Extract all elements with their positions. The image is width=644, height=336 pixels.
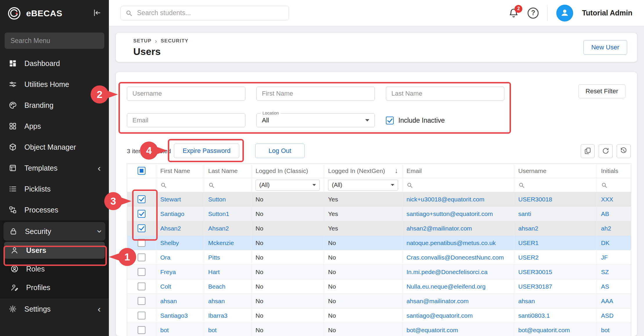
sidebar-item-security[interactable]: Security‹	[3, 222, 105, 241]
cell-username[interactable]: ahsan2	[514, 221, 597, 236]
cell-last-name[interactable]: Ahsan2	[204, 221, 251, 236]
student-search-input[interactable]	[136, 9, 284, 17]
user-row[interactable]: ahsanahsanNoNoahsan@mailinator.comahsanA…	[127, 294, 631, 308]
all-select[interactable]: (All)	[328, 180, 398, 191]
help-button[interactable]: ?	[528, 8, 539, 19]
reset-filter-button[interactable]: Reset Filter	[578, 84, 625, 98]
sidebar-item-templates[interactable]: Templates‹	[0, 158, 109, 178]
cell-first-name[interactable]: Ora	[156, 250, 204, 265]
cell-initials[interactable]: SZ	[597, 265, 631, 279]
row-checkbox[interactable]	[127, 308, 156, 323]
cell-initials[interactable]: bot	[597, 323, 631, 336]
column-header-logged-in-nextgen[interactable]: Logged In (NextGen)↓	[324, 164, 402, 178]
cell-email[interactable]: natoque.penatibus@metus.co.uk	[402, 236, 514, 250]
column-header-first-name[interactable]: First Name	[156, 164, 204, 178]
sidebar-item-settings[interactable]: Settings‹	[0, 299, 109, 319]
row-checkbox[interactable]	[127, 265, 156, 279]
column-header-email[interactable]: Email	[402, 164, 514, 178]
user-row[interactable]: Santiago3Ibarra3NoNosantiago@equatorit.c…	[127, 308, 631, 323]
cell-last-name[interactable]: ahsan	[204, 294, 251, 308]
cell-first-name[interactable]: bot	[156, 323, 204, 336]
cell-username[interactable]: ahsan	[514, 294, 597, 308]
notifications-button[interactable]: 2	[508, 8, 519, 18]
user-row[interactable]: ColtBeachNoNoNulla.eu.neque@eleifend.org…	[127, 279, 631, 294]
cell-email[interactable]: ahsan@mailinator.com	[402, 294, 514, 308]
cell-email[interactable]: Cras.convallis@DonecestNunc.com	[402, 250, 514, 265]
cell-email[interactable]: santiago+sutton@equatorit.com	[402, 207, 514, 221]
cell-first-name[interactable]: Colt	[156, 279, 204, 294]
history-button[interactable]	[617, 144, 631, 158]
cell-email[interactable]: Nulla.eu.neque@eleifend.org	[402, 279, 514, 294]
cell-first-name[interactable]: Ahsan2	[156, 221, 204, 236]
row-checkbox[interactable]	[127, 294, 156, 308]
cell-first-name[interactable]: ahsan	[156, 294, 204, 308]
cell-email[interactable]: ahsan2@mailinator.com	[402, 221, 514, 236]
cell-last-name[interactable]: Ibarra3	[204, 308, 251, 323]
filter-search-first-name[interactable]	[156, 178, 204, 192]
cell-first-name[interactable]: Stewart	[156, 192, 204, 207]
row-checkbox[interactable]	[127, 323, 156, 336]
menu-search-input[interactable]	[5, 33, 104, 49]
cell-last-name[interactable]: bot	[204, 323, 251, 336]
filter-search-email[interactable]	[402, 178, 514, 192]
cell-last-name[interactable]: Pitts	[204, 250, 251, 265]
cell-username[interactable]: USER30015	[514, 265, 597, 279]
row-checkbox[interactable]	[127, 279, 156, 294]
sidebar-item-branding[interactable]: Branding	[0, 95, 109, 116]
cell-last-name[interactable]: Mckenzie	[204, 236, 251, 250]
column-header-logged-in-classic[interactable]: Logged In (Classic)	[251, 164, 324, 178]
breadcrumb-security[interactable]: SECURITY	[161, 38, 189, 44]
user-row[interactable]: StewartSuttonNoYesnick+u30018@equatorit.…	[127, 192, 631, 207]
new-user-button[interactable]: New User	[583, 40, 627, 55]
cell-username[interactable]: USER2	[514, 250, 597, 265]
first-name-filter-input[interactable]	[256, 87, 375, 101]
expire-password-button[interactable]: Expire Password	[174, 144, 239, 158]
cell-first-name[interactable]: Freya	[156, 265, 204, 279]
filter-select-logged-in-classic[interactable]: (All)	[251, 178, 324, 192]
filter-search-initials[interactable]	[597, 178, 631, 192]
row-checkbox[interactable]	[127, 236, 156, 250]
row-checkbox[interactable]	[127, 207, 156, 221]
cell-username[interactable]: USER30018	[514, 192, 597, 207]
cell-username[interactable]: USER1	[514, 236, 597, 250]
location-select[interactable]: Location All	[256, 113, 375, 127]
sidebar-item-utilities-home[interactable]: Utilities Home	[0, 74, 109, 95]
cell-initials[interactable]: ASD	[597, 308, 631, 323]
breadcrumb-setup[interactable]: SETUP	[133, 38, 152, 44]
all-select[interactable]: (All)	[256, 180, 320, 191]
filter-search-last-name[interactable]	[204, 178, 251, 192]
user-row[interactable]: Ahsan2Ahsan2NoYesahsan2@mailinator.comah…	[127, 221, 631, 236]
cell-username[interactable]: USER30187	[514, 279, 597, 294]
user-row[interactable]: ShelbyMckenzieNoNonatoque.penatibus@metu…	[127, 236, 631, 250]
select-all-checkbox[interactable]	[127, 164, 156, 178]
sidebar-collapse-icon[interactable]	[93, 8, 101, 18]
cell-username[interactable]: santi	[514, 207, 597, 221]
export-button[interactable]	[581, 144, 595, 158]
column-header-last-name[interactable]: Last Name	[204, 164, 251, 178]
cell-initials[interactable]: ah2	[597, 221, 631, 236]
cell-initials[interactable]: AS	[597, 279, 631, 294]
cell-email[interactable]: santiago@equatorit.com	[402, 308, 514, 323]
row-checkbox[interactable]	[127, 192, 156, 207]
cell-initials[interactable]: AB	[597, 207, 631, 221]
cell-last-name[interactable]: Sutton	[204, 192, 251, 207]
cell-username[interactable]: bot@equatorit.com	[514, 323, 597, 336]
cell-last-name[interactable]: Sutton1	[204, 207, 251, 221]
email-filter-input[interactable]	[127, 113, 245, 127]
cell-first-name[interactable]: Santiago3	[156, 308, 204, 323]
column-header-initials[interactable]: Initials	[597, 164, 631, 178]
cell-initials[interactable]: XXX	[597, 192, 631, 207]
cell-email[interactable]: In.mi.pede@Donecfelisorci.ca	[402, 265, 514, 279]
user-row[interactable]: OraPittsNoNoCras.convallis@DonecestNunc.…	[127, 250, 631, 265]
cell-username[interactable]: santi0803.1	[514, 308, 597, 323]
cell-initials[interactable]: DK	[597, 236, 631, 250]
cell-initials[interactable]: JF	[597, 250, 631, 265]
sidebar-item-dashboard[interactable]: Dashboard	[0, 53, 109, 74]
sidebar-item-apps[interactable]: Apps	[0, 116, 109, 137]
column-header-username[interactable]: Username	[514, 164, 597, 178]
user-row[interactable]: FreyaHartNoNoIn.mi.pede@Donecfelisorci.c…	[127, 265, 631, 279]
cell-last-name[interactable]: Beach	[204, 279, 251, 294]
filter-select-logged-in-nextgen[interactable]: (All)	[324, 178, 402, 192]
cell-first-name[interactable]: Santiago	[156, 207, 204, 221]
row-checkbox[interactable]	[127, 221, 156, 236]
